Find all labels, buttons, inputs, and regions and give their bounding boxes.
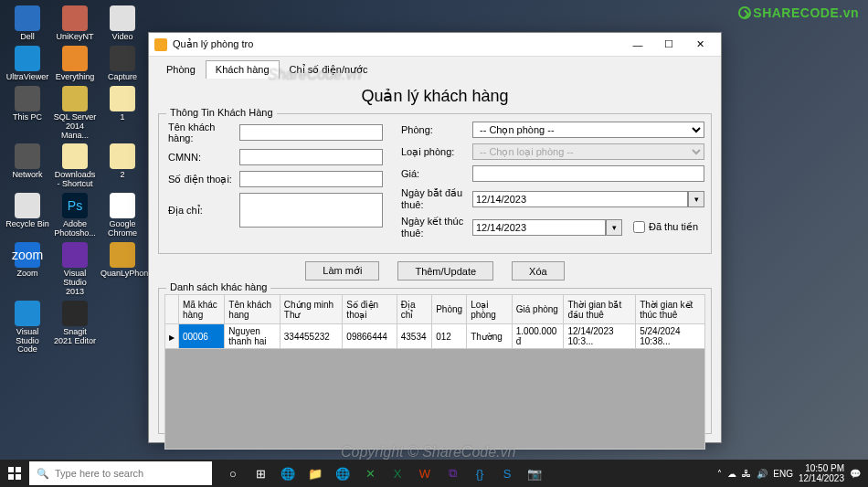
table-row[interactable]: 00006Nguyen thanh hai3344552320986644443… — [165, 324, 705, 349]
column-header[interactable]: Giá phòng — [512, 295, 564, 324]
desktop-icon[interactable]: Visual Studio 2013 — [53, 242, 97, 297]
label-roomtype: Loại phòng: — [401, 146, 472, 158]
label-address: Địa chỉ: — [168, 205, 239, 217]
row-selector[interactable] — [165, 324, 179, 349]
customer-grid[interactable]: Mã khác hàngTên khách hangChứng minh Thư… — [164, 294, 705, 450]
sharecode-logo: SHARECODE.vn — [738, 5, 859, 20]
desktop-icon[interactable]: This PC — [5, 86, 49, 122]
column-header[interactable]: Thời gian kết thúc thuê — [636, 295, 705, 324]
phone-input[interactable] — [239, 171, 383, 187]
refresh-button[interactable]: Làm mới — [305, 261, 379, 281]
cell[interactable]: 334455232 — [280, 324, 343, 349]
taskbar-app-icon[interactable]: 📷 — [523, 461, 546, 485]
paid-checkbox-wrap[interactable]: Đã thu tiền — [633, 221, 704, 233]
customer-list-group: Danh sách khác hàng Mã khác hàngTên khác… — [158, 288, 712, 434]
desktop-icon[interactable]: Visual Studio Code — [5, 301, 49, 355]
desktop-icon[interactable]: Google Chrome — [101, 193, 144, 238]
desktop-icon[interactable]: Downloads - Shortcut — [53, 143, 97, 189]
desktop-icon[interactable]: Everything — [53, 46, 97, 82]
search-icon: 🔍 — [37, 468, 49, 480]
label-room: Phòng: — [401, 124, 472, 135]
tray-lang-icon[interactable]: ENG — [773, 469, 793, 479]
column-header[interactable]: Mã khác hàng — [179, 295, 225, 324]
desktop-icon[interactable]: SQL Server 2014 Mana... — [53, 86, 97, 141]
taskbar-app-icon[interactable]: 📁 — [303, 461, 327, 485]
minimize-button[interactable]: — — [622, 35, 653, 55]
close-button[interactable]: ✕ — [684, 35, 715, 55]
cell[interactable]: 1.000.000 đ — [512, 324, 564, 349]
customer-info-group: Thông Tin Khách Hàng Tên khách hàng: CMN… — [158, 113, 712, 254]
desktop-icon[interactable]: Video — [101, 5, 144, 42]
taskbar-app-icon[interactable]: S — [495, 461, 519, 485]
column-header[interactable]: Tên khách hang — [225, 295, 280, 324]
desktop-icon[interactable]: Capture — [101, 46, 144, 82]
desktop-icon[interactable]: Dell — [5, 5, 49, 42]
desktop-icon[interactable]: 2 — [101, 143, 144, 180]
maximize-button[interactable]: ☐ — [653, 35, 684, 55]
taskbar-app-icon[interactable]: ○ — [221, 461, 245, 485]
taskbar-app-icon[interactable]: {} — [468, 461, 492, 485]
tray-chevron-icon[interactable]: ˄ — [717, 469, 722, 479]
clock[interactable]: 10:50 PM 12/14/2023 — [799, 463, 844, 483]
taskbar-app-icon[interactable]: ✕ — [358, 461, 382, 485]
desktop-icon[interactable]: UniKeyNT — [53, 5, 97, 42]
price-input[interactable] — [472, 165, 704, 182]
taskbar-app-icon[interactable]: X — [386, 461, 409, 485]
address-input[interactable] — [239, 193, 383, 228]
paid-checkbox[interactable] — [633, 221, 645, 233]
column-header[interactable]: Loại phòng — [467, 295, 513, 324]
column-header[interactable]: Chứng minh Thư — [280, 295, 343, 324]
taskbar-app-icon[interactable]: 🌐 — [276, 461, 300, 485]
cell[interactable]: 12/14/2023 10:3... — [564, 324, 636, 349]
label-phone: Số điện thoại: — [168, 174, 239, 185]
cell[interactable]: 09866444 — [343, 324, 397, 349]
desktop-icon[interactable]: zoomZoom — [5, 242, 49, 279]
cmnn-input[interactable] — [239, 149, 383, 165]
taskbar-app-icon[interactable]: W — [413, 461, 437, 485]
window-title: Quản lý phòng tro — [173, 38, 622, 50]
tab-2[interactable]: Chỉ số điện/nước — [280, 60, 378, 79]
cell[interactable]: 43534 — [397, 324, 431, 349]
delete-button[interactable]: Xóa — [512, 261, 565, 281]
grid-label: Danh sách khác hàng — [166, 281, 270, 292]
taskbar-app-icon[interactable]: ⊞ — [249, 461, 272, 485]
cell[interactable]: Thường — [467, 324, 513, 349]
cell[interactable]: 5/24/2024 10:38... — [636, 324, 705, 349]
start-button[interactable] — [0, 460, 29, 487]
column-header[interactable]: Số điện thoại — [343, 295, 397, 324]
tray-onedrive-icon[interactable]: ☁ — [727, 469, 736, 479]
taskbar-app-icon[interactable]: ⧉ — [440, 461, 464, 485]
name-input[interactable] — [239, 124, 383, 141]
desktop-icon[interactable]: Network — [5, 143, 49, 180]
svg-rect-2 — [8, 474, 14, 480]
tray-volume-icon[interactable]: 🔊 — [757, 469, 767, 479]
tray-network-icon[interactable]: 🖧 — [742, 469, 751, 479]
roomtype-select: -- Chọn loại phòng -- — [472, 143, 704, 160]
app-window: Quản lý phòng tro — ☐ ✕ PhòngKhách hàngC… — [148, 32, 722, 443]
svg-rect-3 — [16, 474, 21, 480]
tab-1[interactable]: Khách hàng — [206, 60, 280, 79]
startdate-input[interactable] — [472, 191, 688, 207]
label-cmnn: CMNN: — [168, 152, 239, 163]
search-box[interactable]: 🔍 Type here to search — [29, 461, 212, 485]
desktop-icon[interactable]: Recycle Bin — [5, 193, 49, 229]
column-header[interactable]: Địa chỉ — [397, 295, 431, 324]
cell[interactable]: 012 — [432, 324, 467, 349]
desktop-icon[interactable]: 1 — [101, 86, 144, 122]
cell[interactable]: 00006 — [179, 324, 225, 349]
desktop-icon[interactable]: QuanLyPhon... — [101, 242, 144, 279]
taskbar-app-icon[interactable]: 🌐 — [331, 461, 355, 485]
startdate-picker-icon[interactable]: ▾ — [688, 191, 704, 207]
enddate-picker-icon[interactable]: ▾ — [606, 219, 622, 236]
desktop-icon[interactable]: UltraViewer — [5, 46, 49, 82]
desktop-icon[interactable]: Snagit 2021 Editor — [53, 301, 97, 346]
notifications-icon[interactable]: 💬 — [850, 469, 861, 479]
tab-0[interactable]: Phòng — [156, 60, 206, 79]
enddate-input[interactable] — [472, 219, 606, 236]
column-header[interactable]: Phòng — [432, 295, 467, 324]
cell[interactable]: Nguyen thanh hai — [225, 324, 280, 349]
room-select[interactable]: -- Chọn phòng -- — [472, 122, 704, 138]
desktop-icon[interactable]: PsAdobe Photosho... — [53, 193, 97, 238]
column-header[interactable]: Thời gian bắt đầu thuê — [564, 295, 636, 324]
add-update-button[interactable]: Thêm/Update — [397, 261, 493, 281]
